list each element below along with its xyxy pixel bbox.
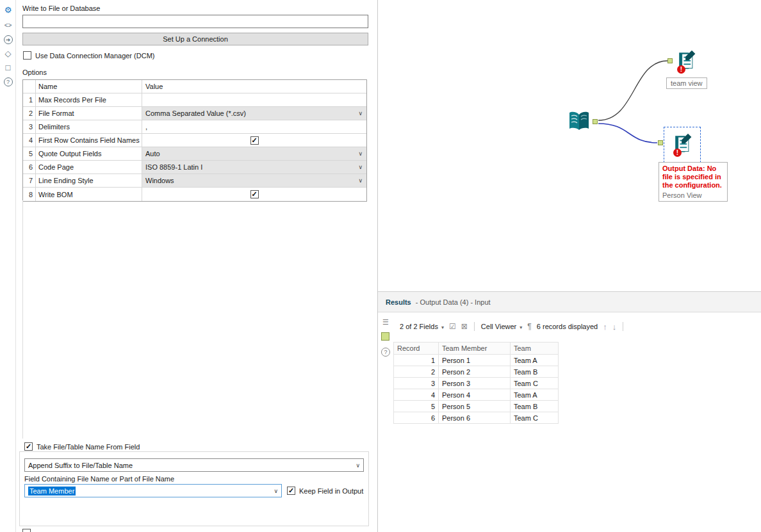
arrow-up-icon[interactable]: ↑ [603, 322, 607, 332]
caret-down-icon: ▾ [520, 325, 522, 330]
results-cell[interactable]: 5 [393, 401, 439, 412]
setup-connection-button[interactable]: Set Up a Connection [22, 33, 368, 45]
dropdown-value: Windows [145, 177, 174, 184]
dropdown-value: Auto [145, 150, 160, 157]
keep-field-checkbox[interactable]: ✓ [287, 487, 295, 495]
alteryx-designer-window: ⚙ <> ➜ ◇ □ ? Write to File or Database S… [0, 0, 761, 532]
suffix-mode-dropdown[interactable]: Append Suffix to File/Table Name ∨ [24, 458, 364, 472]
anchor-indicator-icon[interactable] [381, 332, 389, 341]
partial-checkbox[interactable] [22, 529, 31, 532]
option-value-dropdown[interactable]: ISO 8859-1 Latin I∨ [142, 161, 366, 174]
input-output-anchor[interactable] [593, 119, 598, 124]
share-icon[interactable]: ➜ [0, 33, 16, 46]
option-value-dropdown[interactable]: Auto∨ [142, 147, 366, 161]
options-row: 4First Row Contains Field Names✓ [23, 134, 366, 147]
option-value-text[interactable]: , [142, 120, 366, 134]
help-icon[interactable]: ? [0, 76, 16, 88]
option-value-cell: ✓ [142, 134, 366, 147]
option-value-text[interactable] [142, 93, 366, 107]
results-cell[interactable]: Team B [511, 401, 559, 412]
error-text: Output Data: No file is specified in the… [662, 165, 724, 189]
results-header-cell[interactable]: Team Member [439, 342, 511, 355]
results-body: ☰ ? 2 of 2 Fields ▾ ☑ ⊠ Cell Viewer ▾ ¶ … [378, 312, 761, 532]
option-checkbox[interactable]: ✓ [250, 136, 259, 145]
results-cell[interactable]: Team A [511, 389, 559, 401]
deselect-all-icon[interactable]: ⊠ [461, 322, 468, 331]
workflow-canvas[interactable]: ! team view ! Output Data: No file is sp… [378, 0, 761, 291]
results-cell[interactable]: 3 [393, 378, 439, 389]
option-name: Code Page [36, 161, 142, 174]
gear-icon[interactable]: ⚙ [0, 4, 16, 17]
results-cell[interactable]: Person 2 [439, 366, 511, 378]
records-displayed-label: 6 records displayed [537, 323, 598, 330]
pilcrow-icon[interactable]: ¶ [527, 322, 531, 331]
question-mark-icon: ? [4, 77, 13, 86]
results-icon-strip: ☰ ? [378, 312, 393, 532]
arrow-down-icon[interactable]: ↓ [612, 322, 617, 332]
output-tool-team-view[interactable]: ! [675, 49, 698, 72]
person-view-label: Person View [662, 191, 724, 199]
error-annotation-box[interactable]: Output Data: No file is specified in the… [659, 162, 728, 202]
row-number: 6 [23, 161, 36, 174]
keep-field-row: ✓ Keep Field in Output [287, 487, 363, 495]
fields-dropdown[interactable]: 2 of 2 Fields ▾ [400, 323, 444, 330]
results-cell[interactable]: Team C [511, 378, 559, 389]
help-icon[interactable]: ? [381, 348, 390, 357]
error-badge-icon: ! [673, 149, 682, 157]
configuration-panel: Write to File or Database Set Up a Conne… [16, 0, 378, 532]
results-cell[interactable]: 1 [393, 355, 439, 366]
caret-down-icon: ▾ [441, 325, 444, 330]
package-icon[interactable]: □ [0, 61, 16, 74]
options-row: 7Line Ending StyleWindows∨ [23, 174, 366, 188]
cell-viewer-dropdown[interactable]: Cell Viewer ▾ [481, 323, 523, 330]
options-row: 8Write BOM✓ [23, 188, 366, 201]
file-path-input[interactable] [22, 15, 368, 28]
option-value-dropdown[interactable]: Windows∨ [142, 174, 366, 188]
take-name-checkbox[interactable]: ✓ [24, 442, 33, 451]
option-value-dropdown[interactable]: Comma Separated Value (*.csv)∨ [142, 107, 366, 120]
results-header-cell[interactable]: Record [393, 342, 439, 355]
error-badge-icon: ! [677, 65, 685, 74]
results-cell[interactable]: Person 5 [439, 401, 511, 412]
connection-input-to-person-view[interactable] [598, 124, 657, 143]
code-icon[interactable]: <> [0, 19, 16, 32]
dcm-checkbox[interactable] [23, 51, 31, 60]
results-cell[interactable]: Person 3 [439, 378, 511, 389]
row-number: 3 [23, 120, 36, 134]
results-cell[interactable]: Person 6 [439, 412, 511, 424]
team-view-input-anchor[interactable] [667, 58, 673, 63]
dropdown-value: Comma Separated Value (*.csv) [145, 109, 246, 117]
results-cell[interactable]: 4 [393, 389, 439, 401]
results-cell[interactable]: Person 4 [439, 389, 511, 401]
options-grid-header: Name Value [23, 80, 366, 93]
team-view-label-box[interactable]: team view [666, 77, 707, 89]
field-containing-label: Field Containing File Name or Part of Fi… [24, 475, 174, 483]
tag-icon[interactable]: ◇ [0, 47, 16, 60]
option-checkbox[interactable]: ✓ [250, 190, 259, 198]
toolbar-separator [474, 322, 475, 331]
results-header-cell[interactable]: Team [511, 342, 559, 355]
suffix-mode-value: Append Suffix to File/Table Name [28, 462, 133, 469]
fields-dropdown-label: 2 of 2 Fields [400, 323, 438, 330]
cell-viewer-label: Cell Viewer [481, 323, 516, 330]
results-cell[interactable]: 6 [393, 412, 439, 424]
results-cell[interactable]: Person 1 [439, 355, 511, 366]
results-table: RecordTeam MemberTeam 1Person 1Team A2Pe… [393, 342, 559, 424]
dcm-label: Use Data Connection Manager (DCM) [35, 52, 154, 60]
results-cell[interactable]: 2 [393, 366, 439, 378]
output-tool-person-view[interactable]: ! [671, 132, 694, 155]
options-row: 5Quote Output FieldsAuto∨ [23, 147, 366, 161]
options-row: 1Max Records Per File [23, 93, 366, 107]
option-name: Line Ending Style [36, 174, 142, 188]
person-view-input-anchor[interactable] [658, 140, 663, 145]
results-cell[interactable]: Team C [511, 412, 559, 424]
results-row: 4Person 4Team A [393, 389, 559, 401]
list-icon[interactable]: ☰ [378, 318, 393, 326]
connection-input-to-team-view[interactable] [598, 61, 667, 120]
results-cell[interactable]: Team A [511, 355, 559, 366]
take-name-row: ✓ Take File/Table Name From Field [24, 442, 140, 451]
input-data-tool[interactable] [566, 109, 592, 134]
select-all-icon[interactable]: ☑ [449, 322, 456, 331]
field-name-dropdown[interactable]: Team Member ∨ [24, 484, 282, 497]
results-cell[interactable]: Team B [511, 366, 559, 378]
